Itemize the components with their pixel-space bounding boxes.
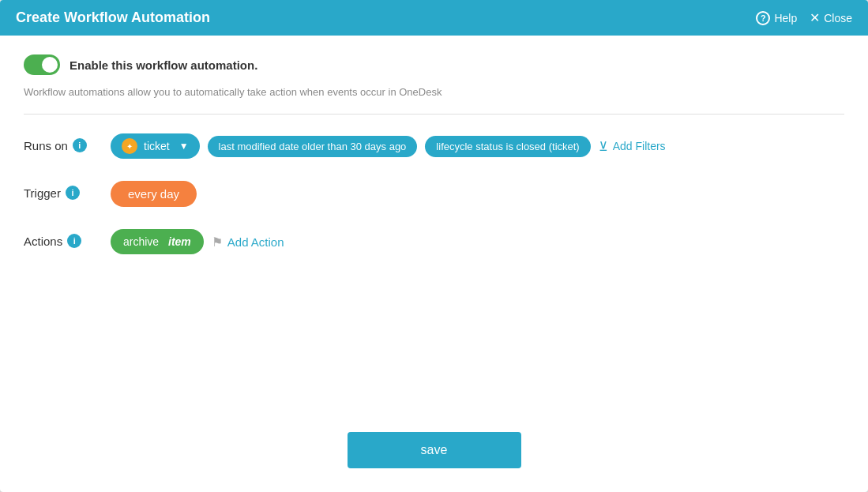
ticket-dropdown[interactable]: ✦ ticket ▼ xyxy=(111,133,200,159)
flag-icon: ⚑ xyxy=(212,235,223,250)
enable-row: Enable this workflow automation. xyxy=(24,54,844,75)
dropdown-arrow-icon: ▼ xyxy=(179,141,189,152)
runs-on-row: Runs on i ✦ ticket ▼ last modified date … xyxy=(24,133,844,159)
filter-pill-2[interactable]: lifecycle status is closed (ticket) xyxy=(425,136,590,157)
archive-action-button[interactable]: archive item xyxy=(111,229,204,254)
filter-pill-1[interactable]: last modified date older than 30 days ag… xyxy=(208,136,418,157)
actions-label: Actions i xyxy=(24,229,95,248)
modal-header: Create Workflow Automation ? Help ✕ Clos… xyxy=(0,0,868,36)
enable-toggle[interactable] xyxy=(24,54,60,75)
add-filters-button[interactable]: ⊻ Add Filters xyxy=(599,139,666,154)
ticket-icon: ✦ xyxy=(122,138,137,154)
help-button[interactable]: ? Help xyxy=(756,11,797,25)
actions-row: Actions i archive item ⚑ Add Action xyxy=(24,229,844,254)
modal-footer: save xyxy=(0,416,868,492)
trigger-content: every day xyxy=(111,181,844,207)
modal-body: Enable this workflow automation. Workflo… xyxy=(0,36,868,416)
close-icon: ✕ xyxy=(810,10,820,25)
runs-on-info-icon[interactable]: i xyxy=(73,138,87,152)
action-item-label: item xyxy=(168,235,191,248)
modal-container: Create Workflow Automation ? Help ✕ Clos… xyxy=(0,0,868,492)
toggle-thumb xyxy=(42,57,58,73)
actions-info-icon[interactable]: i xyxy=(67,234,81,248)
modal-title: Create Workflow Automation xyxy=(16,9,210,26)
header-actions: ? Help ✕ Close xyxy=(756,10,852,25)
runs-on-content: ✦ ticket ▼ last modified date older than… xyxy=(111,133,844,159)
every-day-button[interactable]: every day xyxy=(111,181,197,207)
actions-content: archive item ⚑ Add Action xyxy=(111,229,844,254)
help-icon: ? xyxy=(756,11,770,25)
save-button[interactable]: save xyxy=(348,432,521,468)
description-text: Workflow automations allow you to automa… xyxy=(24,86,844,98)
trigger-label: Trigger i xyxy=(24,181,95,200)
enable-label: Enable this workflow automation. xyxy=(70,58,257,72)
trigger-info-icon[interactable]: i xyxy=(66,186,80,200)
filter-icon: ⊻ xyxy=(599,139,608,154)
add-action-button[interactable]: ⚑ Add Action xyxy=(212,235,284,250)
close-button[interactable]: ✕ Close xyxy=(810,10,852,25)
trigger-row: Trigger i every day xyxy=(24,181,844,207)
divider xyxy=(24,114,844,115)
runs-on-label: Runs on i xyxy=(24,133,95,152)
